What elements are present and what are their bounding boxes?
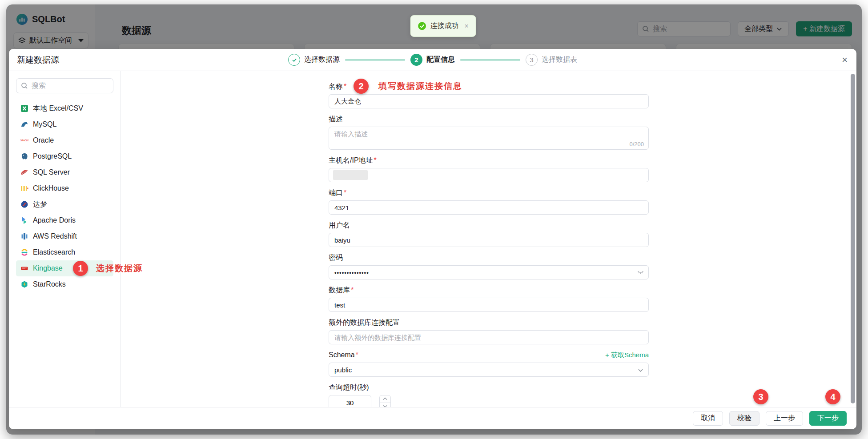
extra-config-label: 额外的数据库连接配置 [329, 318, 400, 327]
next-step-button[interactable]: 下一步 [809, 411, 847, 426]
db-type-excel-csv[interactable]: 本地 Excel/CSV [16, 100, 113, 116]
field-extra-config: 额外的数据库连接配置 [329, 318, 649, 344]
annotation-4: 4 [825, 389, 840, 404]
username-label: 用户名 [329, 221, 350, 230]
timeout-label: 查询超时(秒) [329, 383, 369, 392]
db-type-sqlserver[interactable]: SQL Server [16, 164, 113, 180]
redacted-host-value [333, 170, 368, 180]
excel-icon [20, 104, 28, 112]
dialog-footer: 3 4 取消 校验 上一步 下一步 [9, 407, 856, 429]
db-type-starrocks[interactable]: StarRocks [16, 276, 113, 292]
description-textarea[interactable]: 请输入描述 0/200 [329, 127, 649, 150]
annotation-1-badge: 1 [73, 261, 88, 276]
extra-config-input[interactable] [329, 330, 649, 344]
postgresql-icon [20, 152, 28, 160]
stepper-down-button[interactable] [380, 403, 390, 407]
field-query-timeout: 查询超时(秒) [329, 383, 649, 407]
field-port: 端口* [329, 188, 649, 215]
password-input[interactable] [329, 265, 649, 279]
schema-select[interactable]: public [329, 363, 649, 377]
db-type-clickhouse[interactable]: ClickHouse [16, 180, 113, 196]
required-mark: * [344, 189, 346, 197]
timeout-input[interactable] [329, 395, 371, 407]
db-type-kingbase[interactable]: Kingbase 1 选择数据源 [16, 260, 113, 276]
prev-step-button[interactable]: 上一步 [766, 411, 803, 426]
host-input[interactable] [329, 168, 649, 182]
sqlserver-icon [20, 168, 28, 176]
annotation-4-badge: 4 [825, 389, 840, 404]
required-mark: * [351, 286, 354, 294]
field-database: 数据库* [329, 285, 649, 312]
db-type-apache-doris[interactable]: Apache Doris [16, 212, 113, 228]
field-description: 描述 请输入描述 0/200 [329, 114, 649, 150]
toast-message: 连接成功 [430, 21, 459, 31]
schema-selected-value: public [334, 366, 352, 374]
dameng-icon [20, 200, 28, 208]
database-input[interactable] [329, 298, 649, 312]
field-username: 用户名 [329, 220, 649, 247]
type-search-input[interactable] [16, 78, 113, 93]
chevron-down-icon [638, 368, 643, 373]
required-mark: * [374, 156, 377, 164]
scrollbar-thumb[interactable] [851, 74, 855, 403]
port-label: 端口 [329, 188, 343, 198]
dialog-header: 新建数据源 选择数据源 2 配置信息 3 选择数据表 [9, 49, 856, 71]
db-type-aws-redshift[interactable]: AWS Redshift [16, 228, 113, 244]
kingbase-icon [20, 264, 28, 272]
wizard-steps: 选择数据源 2 配置信息 3 选择数据表 [288, 54, 577, 66]
password-label: 密码 [329, 253, 343, 263]
close-icon[interactable]: × [842, 55, 848, 65]
step-select-datasource: 选择数据源 [288, 54, 340, 66]
annotation-3-badge: 3 [753, 389, 768, 404]
step-connector [460, 60, 520, 60]
stepper-up-button[interactable] [380, 395, 390, 403]
eye-closed-icon[interactable] [637, 269, 644, 275]
annotation-2: 2 填写数据源连接信息 [354, 79, 462, 94]
datasource-type-list: 本地 Excel/CSV MySQL ORACLE Oracle Postgre… [9, 71, 121, 407]
description-placeholder: 请输入描述 [334, 130, 643, 139]
redshift-icon [20, 232, 28, 240]
starrocks-icon [20, 280, 28, 288]
field-schema: Schema* + 获取Schema public [329, 350, 649, 377]
toast-close-icon[interactable]: × [465, 22, 469, 30]
success-check-icon [418, 22, 426, 30]
elasticsearch-icon [20, 248, 28, 256]
step-connector [345, 60, 405, 60]
field-password: 密码 [329, 253, 649, 279]
name-label: 名称 [329, 82, 343, 92]
required-mark: * [356, 351, 358, 359]
get-schema-link[interactable]: + 获取Schema [605, 351, 649, 359]
cancel-button[interactable]: 取消 [693, 411, 723, 426]
type-search-field[interactable] [16, 79, 113, 93]
description-label: 描述 [329, 115, 343, 124]
svg-text:ORACLE: ORACLE [20, 140, 28, 142]
port-input[interactable] [329, 200, 649, 215]
username-input[interactable] [329, 233, 649, 247]
database-label: 数据库 [329, 286, 350, 295]
name-input[interactable] [329, 94, 649, 108]
schema-label: Schema [329, 351, 355, 359]
host-label: 主机名/IP地址 [329, 156, 373, 165]
new-datasource-dialog: 新建数据源 选择数据源 2 配置信息 3 选择数据表 [9, 49, 856, 429]
db-type-postgresql[interactable]: PostgreSQL [16, 148, 113, 164]
db-type-dameng[interactable]: 达梦 [16, 196, 113, 212]
oracle-icon: ORACLE [20, 136, 28, 144]
clickhouse-icon [20, 184, 28, 192]
step-done-check-icon [288, 54, 300, 66]
char-counter: 0/200 [629, 141, 644, 148]
config-form-panel: 名称* 2 填写数据源连接信息 描述 请输入描述 0/200 [121, 71, 856, 407]
app-window: SQLBot 默认工作空间 数据源 全部类型 + 新建数据源 [6, 4, 862, 435]
db-type-oracle[interactable]: ORACLE Oracle [16, 132, 113, 148]
step-number-badge: 2 [410, 54, 422, 66]
annotation-3: 3 [753, 389, 768, 404]
db-type-mysql[interactable]: MySQL [16, 116, 113, 132]
required-mark: * [344, 83, 346, 91]
validate-button[interactable]: 校验 [729, 411, 760, 426]
step-number-badge: 3 [526, 54, 538, 66]
search-icon [21, 82, 28, 89]
annotation-1: 1 选择数据源 [73, 261, 143, 276]
annotation-2-text: 填写数据源连接信息 [378, 80, 462, 92]
field-host: 主机名/IP地址* [329, 156, 649, 182]
db-type-elasticsearch[interactable]: Elasticsearch [16, 244, 113, 260]
timeout-stepper [379, 395, 391, 407]
